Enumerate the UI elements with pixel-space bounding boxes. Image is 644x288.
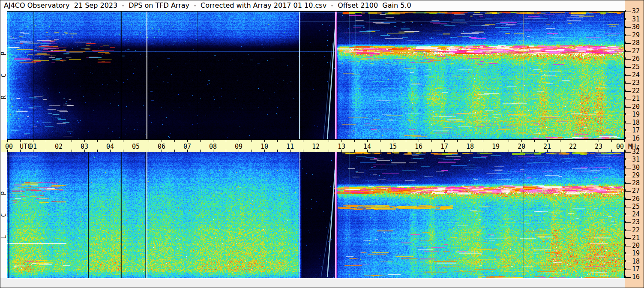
time-tick — [393, 140, 393, 142]
bottom-margin — [0, 278, 625, 288]
freq-tick-nub — [625, 97, 626, 99]
freq-tick-label: 22 — [632, 87, 640, 95]
time-tick-label: 22 — [569, 143, 577, 150]
freq-tick-label: 30 — [632, 23, 640, 31]
time-tick — [303, 140, 303, 142]
freq-tick — [625, 36, 631, 36]
time-tick — [611, 150, 612, 152]
time-tick — [110, 140, 111, 142]
time-tick-label: 16 — [415, 143, 422, 150]
time-tick — [624, 150, 625, 152]
freq-tick — [625, 277, 631, 278]
time-tick — [509, 150, 509, 152]
time-tick — [341, 140, 342, 142]
time-tick — [586, 140, 586, 142]
freq-tick-nub — [625, 105, 626, 108]
freq-tick-nub — [625, 42, 626, 44]
freq-tick-nub — [625, 174, 626, 176]
time-tick — [174, 150, 175, 152]
time-tick — [406, 140, 406, 142]
time-tick — [483, 140, 483, 142]
time-tick — [431, 150, 432, 152]
freq-tick-label: 20 — [632, 242, 640, 249]
freq-tick-label: 26 — [632, 195, 640, 203]
time-tick-label: 04 — [106, 143, 114, 150]
time-tick-label: 21 — [543, 143, 551, 150]
freq-tick-label: 28 — [632, 179, 640, 187]
time-tick-label: 19 — [492, 143, 500, 150]
time-tick-label: 03 — [81, 143, 88, 150]
time-tick-label: 08 — [209, 143, 217, 150]
freq-tick-nub — [625, 66, 626, 68]
lcp-side-label-area: LCP — [0, 152, 7, 278]
freq-tick-nub — [625, 268, 626, 270]
freq-tick-nub — [625, 205, 626, 207]
time-tick — [162, 140, 162, 142]
freq-tick-label: 21 — [632, 234, 640, 242]
time-tick — [457, 150, 458, 152]
time-tick — [380, 150, 380, 152]
freq-tick-label: 28 — [632, 39, 640, 47]
time-tick-label: 10 — [261, 143, 268, 150]
freq-tick-nub — [625, 18, 626, 20]
freq-tick-label: 29 — [632, 171, 640, 179]
freq-tick — [625, 160, 631, 160]
freq-tick — [625, 215, 631, 215]
freq-tick — [625, 246, 631, 246]
time-tick-label: 00 — [616, 143, 624, 150]
time-tick — [187, 140, 188, 142]
spectrogram-panel-lcp — [7, 152, 625, 278]
freq-tick-label: 24 — [632, 210, 640, 218]
time-tick — [149, 140, 149, 142]
time-tick-label: 02 — [55, 143, 63, 150]
time-tick — [303, 150, 303, 152]
time-tick-label: 23 — [595, 143, 602, 150]
freq-tick-nub — [625, 26, 626, 28]
freq-tick-label: 17 — [632, 265, 640, 273]
freq-tick-nub — [625, 34, 626, 36]
freq-tick — [625, 183, 631, 184]
freq-tick-label: 17 — [632, 126, 640, 134]
freq-tick-label: 21 — [632, 95, 640, 102]
freq-tick — [625, 152, 631, 153]
time-tick — [149, 150, 149, 152]
freq-tick-nub — [625, 276, 626, 278]
freq-tick-label: 30 — [632, 164, 640, 171]
time-tick — [290, 140, 291, 142]
freq-tick — [625, 67, 631, 68]
freq-tick — [625, 59, 631, 60]
freq-tick-nub — [625, 252, 626, 254]
time-tick — [354, 150, 355, 152]
time-tick — [354, 140, 355, 142]
freq-tick — [625, 191, 631, 192]
freq-tick-nub — [625, 237, 626, 239]
freq-tick — [625, 168, 631, 168]
time-tick-label: 14 — [363, 143, 371, 150]
time-tick — [599, 140, 599, 142]
freq-tick — [625, 75, 631, 76]
freq-tick-nub — [625, 50, 626, 52]
freq-tick — [625, 12, 631, 12]
time-tick — [72, 150, 72, 152]
time-tick — [419, 140, 419, 142]
freq-tick — [625, 262, 631, 262]
freq-tick-label: 27 — [632, 47, 640, 55]
freq-tick-nub — [625, 81, 626, 84]
freq-tick — [625, 207, 631, 207]
time-tick — [534, 140, 535, 142]
freq-tick — [625, 199, 631, 200]
time-tick-label: 06 — [158, 143, 165, 150]
freq-tick-label: 25 — [632, 203, 640, 210]
freq-tick-label: 31 — [632, 156, 640, 163]
time-tick — [624, 140, 625, 142]
freq-tick-label: 26 — [632, 55, 640, 63]
time-tick — [509, 140, 509, 142]
freq-tick — [625, 176, 631, 176]
time-tick — [329, 140, 329, 142]
freq-tick-nub — [625, 137, 626, 139]
freq-tick-nub — [625, 90, 626, 92]
time-tick — [200, 140, 201, 142]
time-tick — [560, 140, 560, 142]
time-tick — [483, 150, 483, 152]
time-tick — [213, 140, 213, 142]
